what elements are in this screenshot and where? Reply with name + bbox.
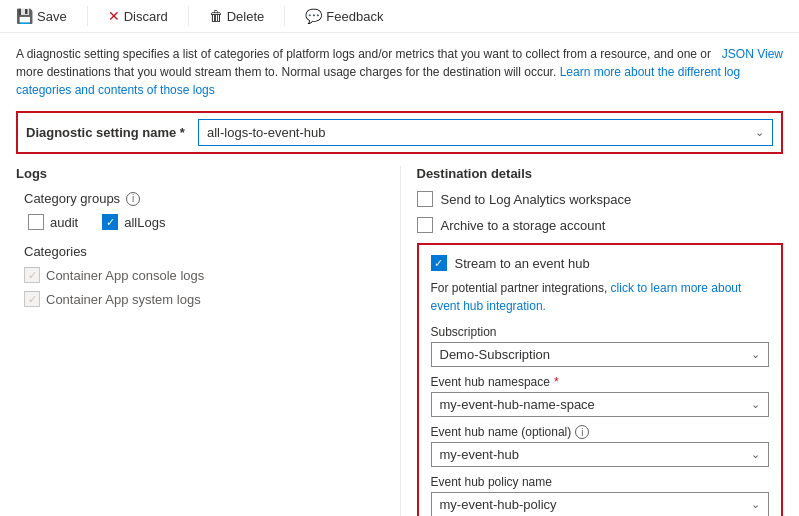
diagnostic-setting-input[interactable]: all-logs-to-event-hub ⌄	[198, 119, 773, 146]
left-panel: Logs Category groups i audit allLogs	[16, 166, 400, 516]
delete-icon: 🗑	[209, 8, 223, 24]
save-label: Save	[37, 9, 67, 24]
content-area: JSON View A diagnostic setting specifies…	[0, 33, 799, 516]
namespace-select[interactable]: my-event-hub-name-space ⌄	[431, 392, 770, 417]
namespace-required: *	[554, 375, 559, 389]
category-item-console: Container App console logs	[24, 267, 384, 283]
json-view-link[interactable]: JSON View	[722, 45, 783, 63]
hub-name-chevron: ⌄	[751, 448, 760, 461]
policy-field: Event hub policy name my-event-hub-polic…	[431, 475, 770, 516]
right-panel: Destination details Send to Log Analytic…	[400, 166, 784, 516]
discard-button[interactable]: ✕ Discard	[104, 6, 172, 26]
toolbar-divider-3	[284, 6, 285, 26]
category-groups-label: Category groups	[24, 191, 120, 206]
policy-value: my-event-hub-policy	[440, 497, 557, 512]
hub-name-value: my-event-hub	[440, 447, 519, 462]
feedback-button[interactable]: 💬 Feedback	[301, 6, 387, 26]
all-logs-label: allLogs	[124, 215, 165, 230]
delete-button[interactable]: 🗑 Delete	[205, 6, 269, 26]
dropdown-chevron: ⌄	[755, 126, 764, 139]
archive-label: Archive to a storage account	[441, 218, 606, 233]
category-groups-header: Category groups i	[24, 191, 384, 206]
toolbar: 💾 Save ✕ Discard 🗑 Delete 💬 Feedback	[0, 0, 799, 33]
subscription-chevron: ⌄	[751, 348, 760, 361]
namespace-chevron: ⌄	[751, 398, 760, 411]
event-hub-section: Stream to an event hub For potential par…	[417, 243, 784, 516]
log-analytics-label: Send to Log Analytics workspace	[441, 192, 632, 207]
event-hub-info-text: For potential partner integrations,	[431, 281, 608, 295]
log-analytics-checkbox[interactable]	[417, 191, 433, 207]
policy-select[interactable]: my-event-hub-policy ⌄	[431, 492, 770, 516]
audit-checkbox-item: audit	[28, 214, 78, 230]
system-logs-label: Container App system logs	[46, 292, 201, 307]
hub-name-label-text: Event hub name (optional)	[431, 425, 572, 439]
categories-label: Categories	[24, 244, 384, 259]
hub-name-field: Event hub name (optional) i my-event-hub…	[431, 425, 770, 467]
category-checkboxes-row: audit allLogs	[24, 214, 384, 230]
discard-icon: ✕	[108, 8, 120, 24]
category-groups: Category groups i audit allLogs	[16, 191, 384, 230]
toolbar-divider-2	[188, 6, 189, 26]
archive-option: Archive to a storage account	[417, 217, 784, 233]
console-logs-checkbox[interactable]	[24, 267, 40, 283]
event-hub-checkbox[interactable]	[431, 255, 447, 271]
namespace-label-text: Event hub namespace	[431, 375, 550, 389]
subscription-select[interactable]: Demo-Subscription ⌄	[431, 342, 770, 367]
discard-label: Discard	[124, 9, 168, 24]
audit-checkbox[interactable]	[28, 214, 44, 230]
subscription-value: Demo-Subscription	[440, 347, 551, 362]
console-logs-label: Container App console logs	[46, 268, 204, 283]
all-logs-checkbox-item: allLogs	[102, 214, 165, 230]
event-hub-header: Stream to an event hub	[431, 255, 770, 271]
all-logs-checkbox[interactable]	[102, 214, 118, 230]
save-icon: 💾	[16, 8, 33, 24]
archive-checkbox[interactable]	[417, 217, 433, 233]
setting-name-label: Diagnostic setting name *	[26, 125, 186, 140]
feedback-label: Feedback	[326, 9, 383, 24]
category-item-system: Container App system logs	[24, 291, 384, 307]
subscription-field: Subscription Demo-Subscription ⌄	[431, 325, 770, 367]
category-groups-info-icon[interactable]: i	[126, 192, 140, 206]
main-grid: Logs Category groups i audit allLogs	[16, 166, 783, 516]
diagnostic-setting-value: all-logs-to-event-hub	[207, 125, 326, 140]
setting-name-row: Diagnostic setting name * all-logs-to-ev…	[16, 111, 783, 154]
feedback-icon: 💬	[305, 8, 322, 24]
policy-chevron: ⌄	[751, 498, 760, 511]
destination-title: Destination details	[417, 166, 784, 181]
namespace-label: Event hub namespace *	[431, 375, 770, 389]
event-hub-info: For potential partner integrations, clic…	[431, 279, 770, 315]
namespace-value: my-event-hub-name-space	[440, 397, 595, 412]
categories-section: Categories Container App console logs Co…	[16, 244, 384, 307]
namespace-field: Event hub namespace * my-event-hub-name-…	[431, 375, 770, 417]
description-text: JSON View A diagnostic setting specifies…	[16, 45, 783, 99]
logs-section-title: Logs	[16, 166, 384, 181]
policy-label: Event hub policy name	[431, 475, 770, 489]
subscription-label: Subscription	[431, 325, 770, 339]
log-analytics-option: Send to Log Analytics workspace	[417, 191, 784, 207]
toolbar-divider-1	[87, 6, 88, 26]
system-logs-checkbox[interactable]	[24, 291, 40, 307]
event-hub-label: Stream to an event hub	[455, 256, 590, 271]
hub-name-info-icon[interactable]: i	[575, 425, 589, 439]
hub-name-select[interactable]: my-event-hub ⌄	[431, 442, 770, 467]
delete-label: Delete	[227, 9, 265, 24]
save-button[interactable]: 💾 Save	[12, 6, 71, 26]
audit-label: audit	[50, 215, 78, 230]
hub-name-label: Event hub name (optional) i	[431, 425, 770, 439]
